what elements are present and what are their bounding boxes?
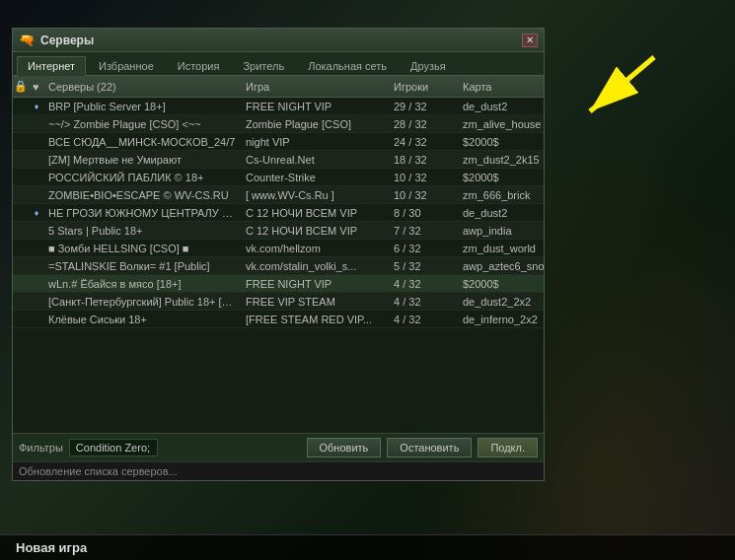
map-cell: de_dust2 <box>459 100 544 113</box>
table-row[interactable]: Клёвые Сиськи 18+[FREE STEAM RED VIP...4… <box>13 311 544 328</box>
tab-lan[interactable]: Локальная сеть <box>297 56 398 75</box>
table-row[interactable]: 5 Stars | Public 18+С 12 НОЧИ ВСЕМ VIP7 … <box>13 222 544 240</box>
lock-cell <box>13 301 29 303</box>
players-cell: 29 / 32 <box>390 100 459 113</box>
titlebar-icon: 🔫 <box>19 33 35 47</box>
bottom-label-bar: Новая игра <box>0 534 735 560</box>
connect-button[interactable]: Подкл. <box>478 438 538 457</box>
game-cell: FREE NIGHT VIP <box>242 100 390 113</box>
stop-button[interactable]: Остановить <box>387 438 472 457</box>
col-servers[interactable]: Серверы (22) <box>44 81 242 93</box>
lock-cell <box>13 141 29 143</box>
servers-dialog: 🔫 Серверы ✕ Интернет Избранное История З… <box>12 28 545 481</box>
server-name-cell: wLn.# Ёбайся в мясо [18+] <box>44 277 242 291</box>
table-row[interactable]: wLn.# Ёбайся в мясо [18+]FREE NIGHT VIP4… <box>13 275 544 293</box>
fav-cell <box>29 176 44 178</box>
table-row[interactable]: ■ Зомби HELLSING [CSO] ■vk.com/hellzom6 … <box>13 240 544 257</box>
filter-label: Фильтры <box>19 442 63 454</box>
game-cell: FREE NIGHT VIP <box>242 277 390 291</box>
tab-favorites[interactable]: Избранное <box>88 56 165 75</box>
col-map[interactable]: Карта <box>459 81 544 93</box>
players-cell: 18 / 32 <box>390 153 459 167</box>
titlebar-title: Серверы <box>40 34 94 47</box>
new-game-label: Новая игра <box>16 540 87 555</box>
lock-cell <box>13 176 29 178</box>
table-row[interactable]: РОССИЙСКИЙ ПАБЛИК © 18+Counter-Strike10 … <box>13 169 544 186</box>
players-cell: 7 / 32 <box>390 224 459 238</box>
table-row[interactable]: =STALINSKIE Волки= #1 [Public]vk.com/sta… <box>13 257 544 275</box>
map-cell: zm_alive_house <box>459 117 544 131</box>
filter-value: Condition Zero; <box>69 439 158 456</box>
lock-cell <box>13 265 29 267</box>
server-name-cell: ВСЕ СЮДА__МИНСК-МОСКОВ_24/7 <box>44 135 242 149</box>
players-cell: 10 / 32 <box>390 188 459 202</box>
bottom-controls: Фильтры Condition Zero; Обновить Останов… <box>13 433 544 461</box>
map-cell: zm_666_brick <box>459 188 544 202</box>
server-name-cell: =STALINSKIE Волки= #1 [Public] <box>44 259 242 273</box>
players-cell: 5 / 32 <box>390 259 459 273</box>
table-row[interactable]: ♦BRP [Public Server 18+]FREE NIGHT VIP29… <box>13 98 544 115</box>
col-game[interactable]: Игра <box>242 81 390 93</box>
server-name-cell: НЕ ГРОЗИ ЮЖНОМУ ЦЕНТРАЛУ 24/7 <box>44 206 242 220</box>
fav-cell: ♦ <box>29 101 44 112</box>
lock-cell <box>13 159 29 161</box>
map-cell: zm_dust2_2k15 <box>459 153 544 167</box>
table-row[interactable]: [ZM] Мертвые не УмираютCs-Unreal.Net18 /… <box>13 151 544 169</box>
col-fav[interactable]: ♥ <box>29 81 44 93</box>
game-cell: FREE VIP STEAM <box>242 295 390 309</box>
tab-internet[interactable]: Интернет <box>17 56 86 76</box>
map-cell: awp_india <box>459 224 544 238</box>
server-name-cell: [Санкт-Петербургский] Public 18+ [Dust2] <box>44 295 242 309</box>
map-cell: de_dust2 <box>459 206 544 220</box>
table-row[interactable]: ~~/> Zombie Plague [CSO] <~~Zombie Plagu… <box>13 115 544 133</box>
lock-cell <box>13 123 29 125</box>
svg-line-1 <box>590 57 654 111</box>
col-players[interactable]: Игроки <box>390 81 459 93</box>
fav-cell <box>29 141 44 143</box>
game-cell: vk.com/stalin_volki_s... <box>242 259 390 273</box>
table-row[interactable]: ZOMBIE•BIO•ESCAPE © WV-CS.RU[ www.WV-Cs.… <box>13 186 544 204</box>
fav-cell <box>29 230 44 232</box>
map-cell: de_inferno_2x2 <box>459 313 544 326</box>
game-cell: Zombie Plague [CSO] <box>242 117 390 131</box>
tab-spectator[interactable]: Зритель <box>232 56 295 75</box>
map-cell: de_dust2_2x2 <box>459 295 544 309</box>
table-row[interactable]: ♦НЕ ГРОЗИ ЮЖНОМУ ЦЕНТРАЛУ 24/7С 12 НОЧИ … <box>13 204 544 222</box>
players-cell: 4 / 32 <box>390 295 459 309</box>
lock-cell <box>13 318 29 320</box>
table-row[interactable]: [Санкт-Петербургский] Public 18+ [Dust2]… <box>13 293 544 311</box>
table-header: 🔒 ♥ Серверы (22) Игра Игроки Карта Пинг <box>13 76 544 98</box>
fav-cell <box>29 159 44 161</box>
server-name-cell: 5 Stars | Public 18+ <box>44 224 242 238</box>
players-cell: 28 / 32 <box>390 117 459 131</box>
game-cell: [ www.WV-Cs.Ru ] <box>242 188 390 202</box>
lock-cell <box>13 105 29 107</box>
tabs-bar: Интернет Избранное История Зритель Локал… <box>13 52 544 76</box>
lock-cell <box>13 194 29 196</box>
tab-history[interactable]: История <box>167 56 231 75</box>
tab-friends[interactable]: Друзья <box>400 56 457 75</box>
fav-cell <box>29 283 44 285</box>
close-button[interactable]: ✕ <box>522 34 538 47</box>
fav-cell <box>29 318 44 320</box>
lock-cell <box>13 247 29 249</box>
server-name-cell: Клёвые Сиськи 18+ <box>44 313 242 326</box>
players-cell: 6 / 32 <box>390 242 459 255</box>
server-list[interactable]: ♦BRP [Public Server 18+]FREE NIGHT VIP29… <box>13 98 544 433</box>
fav-cell <box>29 247 44 249</box>
map-cell: zm_dust_world <box>459 242 544 255</box>
fav-cell: ♦ <box>29 207 44 219</box>
lock-cell <box>13 212 29 214</box>
fav-cell <box>29 194 44 196</box>
titlebar-left: 🔫 Серверы <box>19 33 94 47</box>
game-cell: [FREE STEAM RED VIP... <box>242 313 390 326</box>
game-cell: vk.com/hellzom <box>242 242 390 255</box>
lock-cell <box>13 230 29 232</box>
table-row[interactable]: ВСЕ СЮДА__МИНСК-МОСКОВ_24/7night VIP24 /… <box>13 133 544 151</box>
titlebar: 🔫 Серверы ✕ <box>13 29 544 52</box>
fav-cell <box>29 301 44 303</box>
server-name-cell: ZOMBIE•BIO•ESCAPE © WV-CS.RU <box>44 188 242 202</box>
refresh-button[interactable]: Обновить <box>307 438 382 457</box>
map-cell: $2000$ <box>459 135 544 149</box>
lock-cell <box>13 283 29 285</box>
